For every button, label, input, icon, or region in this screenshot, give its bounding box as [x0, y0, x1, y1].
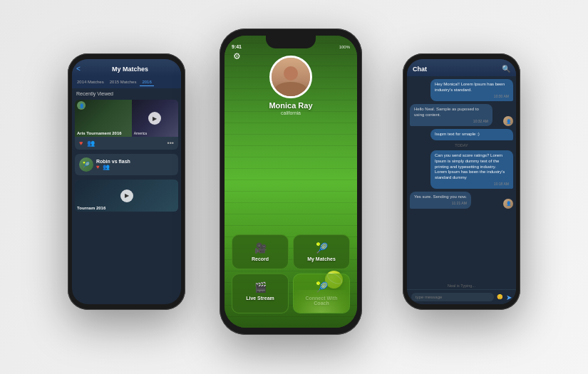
- scene: < My Matches 2014 Matches 2015 Matches 2…: [0, 0, 588, 374]
- status-time: 9:41: [232, 44, 242, 49]
- profile-section: Monica Ray california: [225, 56, 357, 115]
- message-5-time: 11:21 AM: [414, 201, 467, 206]
- message-2: Hello Neal. Sample as puposed to using c…: [410, 104, 492, 126]
- my-matches-label: My Matches: [307, 256, 336, 261]
- record-button[interactable]: 🎥 Record: [232, 234, 289, 269]
- more-icon[interactable]: •••: [167, 140, 174, 147]
- match-card-1[interactable]: 👤 Aris Tournament 2016 ▶ America ♥: [75, 100, 178, 150]
- bottom-title: Tournam 2016: [77, 206, 105, 210]
- connect-coach-icon: 🎾: [316, 281, 328, 293]
- people-icon-robin[interactable]: 👥: [103, 164, 110, 170]
- left-tabs: 2014 Matches 2015 Matches 2016: [72, 76, 181, 88]
- tab-2016[interactable]: 2016: [140, 78, 153, 86]
- message-4-text: Can you send score ratings? Lorem Ipsum …: [435, 153, 505, 180]
- profile-avatar: [269, 56, 312, 98]
- search-icon[interactable]: 🔍: [502, 65, 510, 73]
- my-matches-button[interactable]: 🎾 My Matches: [293, 234, 350, 269]
- menu-grid: 🎥 Record 🎾 My Matches 🎬 Live Stream 🎾 Co…: [232, 234, 350, 313]
- message-3-text: Isupm text for smaple :): [435, 132, 480, 136]
- play-button-bottom[interactable]: ▶: [120, 189, 133, 202]
- match-title-2: America: [134, 131, 147, 135]
- robin-title: Robin vs flash: [96, 159, 174, 164]
- left-header: < My Matches: [72, 59, 181, 76]
- bottom-card[interactable]: ▶ Tournam 2016: [75, 180, 178, 212]
- message-4: Can you send score ratings? Lorem Ipsum …: [430, 150, 513, 189]
- typing-indicator: Neal is Typing...: [407, 282, 516, 289]
- chat-messages: Hey Monica!! Lorem Ipsum has been indust…: [407, 76, 516, 282]
- profile-location: california: [281, 110, 301, 115]
- right-phone: Chat 🔍 Hey Monica!! Lorem Ipsum has been…: [403, 53, 520, 310]
- tab-2014[interactable]: 2014 Matches: [75, 78, 106, 86]
- right-phone-screen: Chat 🔍 Hey Monica!! Lorem Ipsum has been…: [407, 59, 516, 304]
- robin-actions: ♥ 👥: [96, 164, 174, 170]
- heart-icon-robin[interactable]: ♥: [96, 164, 100, 170]
- recently-viewed-label: Recently Viewed: [72, 88, 181, 98]
- live-stream-icon: 🎬: [254, 281, 267, 293]
- bottom-thumb: ▶ Tournam 2016: [75, 180, 178, 212]
- message-3: Isupm text for smaple :): [430, 129, 513, 140]
- day-divider: TODAY: [410, 143, 513, 147]
- chat-header: Chat 🔍: [407, 59, 516, 76]
- status-icons: 100%: [339, 45, 350, 49]
- center-phone-screen: 9:41 100% ⚙ Monica Ray california 🎥 Reco…: [225, 36, 357, 328]
- my-matches-icon: 🎾: [316, 242, 328, 254]
- profile-name: Monica Ray: [269, 101, 312, 110]
- chat-input-bar: 😊 ➤: [407, 289, 516, 304]
- connect-coach-label: Connect With Coach: [298, 296, 345, 306]
- center-notch: [266, 36, 316, 48]
- center-phone: 9:41 100% ⚙ Monica Ray california 🎥 Reco…: [220, 28, 362, 335]
- message-5: Yes sure. Sending you now. 11:21 AM: [410, 192, 471, 208]
- connect-coach-button[interactable]: 🎾 Connect With Coach: [293, 274, 350, 313]
- live-stream-label: Live Stream: [246, 296, 274, 301]
- robin-card[interactable]: 🎾 Robin vs flash ♥ 👥: [75, 154, 178, 175]
- message-1: Hey Monica!! Lorem Ipsum has been indust…: [430, 79, 513, 101]
- left-phone-screen: < My Matches 2014 Matches 2015 Matches 2…: [72, 59, 181, 304]
- chat-title: Chat: [413, 66, 427, 73]
- message-1-text: Hey Monica!! Lorem Ipsum has been indust…: [435, 82, 505, 92]
- match-avatar-1: 👤: [77, 101, 86, 110]
- message-5-text: Yes sure. Sending you now.: [414, 194, 467, 199]
- record-label: Record: [252, 256, 269, 261]
- message-2-text: Hello Neal. Sample as puposed to using c…: [414, 107, 479, 117]
- chat-avatar-5: 👤: [503, 199, 513, 209]
- left-phone: < My Matches 2014 Matches 2015 Matches 2…: [68, 53, 185, 310]
- match-title-1: Aris Tournament 2016: [77, 131, 122, 135]
- send-button[interactable]: ➤: [506, 294, 512, 301]
- record-icon: 🎥: [254, 242, 267, 254]
- message-1-time: 10:30 AM: [435, 94, 509, 99]
- back-button[interactable]: <: [76, 65, 81, 73]
- message-4-time: 10:18 AM: [435, 182, 509, 187]
- live-stream-button[interactable]: 🎬 Live Stream: [232, 274, 289, 313]
- tab-2015[interactable]: 2015 Matches: [108, 78, 139, 86]
- play-button-2[interactable]: ▶: [148, 112, 161, 125]
- message-2-time: 10:32 AM: [414, 119, 488, 124]
- emoji-icon[interactable]: 😊: [497, 294, 503, 300]
- heart-icon[interactable]: ♥: [79, 140, 83, 147]
- chat-avatar-2: 👤: [503, 116, 513, 126]
- people-icon[interactable]: 👥: [87, 140, 95, 147]
- avatar-face: [272, 58, 310, 96]
- left-title: My Matches: [83, 66, 177, 73]
- chat-input[interactable]: [411, 293, 494, 301]
- match-actions-1: ♥ 👥 •••: [75, 137, 178, 150]
- robin-avatar: 🎾: [79, 157, 93, 172]
